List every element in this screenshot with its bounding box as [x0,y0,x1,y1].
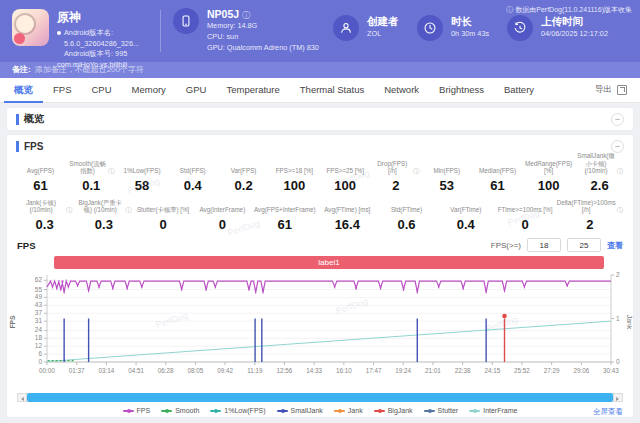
apply-threshold-button[interactable]: 查看 [607,240,623,251]
fps-chart[interactable]: 0612182431374349556201200:0001:3703:1404… [7,270,633,388]
x-tick-label: 24:15 [484,367,500,374]
y-tick-label: 55 [35,286,43,293]
y-axis-title: FPS [9,315,16,329]
stat-ftime-100ms-%-: FTime>=100ms [%]0 [495,197,554,232]
y-tick-label: 31 [35,317,43,324]
legend-swatch [161,410,172,412]
duration-block: 时长 0h 30m 43s [417,0,507,62]
overview-title: 概览 [24,112,44,126]
bigjank-marker [502,314,507,319]
legend-item-1-low-fps-[interactable]: 1%Low(FPS) [210,407,265,414]
stat-std-ftime-: Std(FTime)0.6 [377,197,436,232]
chart-annotation-bar[interactable]: label1 [54,256,604,269]
device-info-icon[interactable]: ⓘ [242,11,250,20]
scroll-right-button[interactable] [613,393,623,402]
stat-value: 0 [136,217,191,232]
stat-label: Avg(FPS) [27,167,54,175]
stat-medrange-fps-%-: MedRange(FPS)[%]100 [523,158,574,193]
fps-threshold-input-2[interactable] [567,238,601,252]
tab-network[interactable]: Network [374,78,429,103]
tab-temperature[interactable]: Temperature [216,78,289,103]
tab-battery[interactable]: Battery [494,78,544,103]
stat-fps-18-%-: FPS>=18 [%]100 [269,158,320,193]
stat-label: 1%Low(FPS) [123,167,160,175]
y-tick-label: 12 [35,342,43,349]
y-tick-label: 43 [35,301,43,308]
legend-item-interframe[interactable]: InterFrame [469,407,517,414]
legend-swatch [277,410,288,412]
tab-thermal-status[interactable]: Thermal Status [290,78,374,103]
tab-cpu[interactable]: CPU [81,78,121,103]
fullscreen-link[interactable]: 全屏查看 [593,407,623,417]
legend-item-jank[interactable]: Jank [334,407,363,414]
legend-label: Stutter [438,407,459,414]
scroll-left-button[interactable] [17,393,27,402]
chart-scrollbar [17,393,623,402]
stat-label: Avg(FTime) [ms] [324,206,370,214]
stat-value: 2.6 [576,178,623,193]
stat-value: 0.1 [68,178,115,193]
collapse-icon[interactable] [611,140,624,153]
report-content: 概览 PerfDog PerfDog PerfDog PerfDog FPS A… [0,103,640,423]
legend-label: Smooth [175,407,199,414]
legend-item-fps[interactable]: FPS [123,407,151,414]
stat-smalljank-10min-: SmallJank(微小卡顿) (/10min)ⓘ2.6 [574,158,625,193]
stat-label: BigJank(严重卡顿) (/10min) [76,199,124,214]
y-tick-label: 62 [35,276,43,283]
fps-threshold-input-1[interactable] [527,238,561,252]
info-icon[interactable]: ⓘ [617,167,623,175]
export-label: 导出 [595,84,612,96]
duration-value: 0h 30m 43s [451,29,489,40]
stat-value: 61 [17,178,64,193]
stat-drop-fps-h-: Drop(FPS) [/h]ⓘ2 [371,158,422,193]
interframe-line [47,321,611,361]
stat-label: Jank(卡顿) (/10min) [17,199,65,214]
tab-brightness[interactable]: Brightness [429,78,494,103]
info-icon[interactable]: ⓘ [108,167,114,175]
y-tick-label: 6 [38,350,42,357]
x-tick-label: 09:42 [217,367,233,374]
stat-value: 100 [525,178,572,193]
upload-label: 上传时间 [541,15,608,29]
legend-item-stutter[interactable]: Stutter [424,407,459,414]
info-icon[interactable]: ⓘ [125,206,131,214]
stat-label: Avg(InterFrame) [200,206,246,214]
tab-memory[interactable]: Memory [122,78,176,103]
y-tick-label: 37 [35,309,43,316]
fps-section: PerfDog PerfDog PerfDog PerfDog FPS Avg(… [7,135,633,417]
stat-label: FPS>=18 [%] [276,167,313,175]
app-version-name: Android版本名: 5.6.0_32604286_326... [64,28,139,48]
creator-value: ZOL [367,29,399,40]
chart-controls: FPS FPS(>=) 查看 [7,235,633,254]
device-cpu: CPU: sun [207,32,319,43]
x-tick-label: 08:05 [188,367,204,374]
legend-item-smalljank[interactable]: SmallJank [277,407,323,414]
x-tick-label: 29:06 [573,367,589,374]
stat-stutter-%-: Stutter(卡顿率) [%]0 [134,197,193,232]
legend-item-bigjank[interactable]: BigJank [374,407,413,414]
expand-icon[interactable] [617,85,627,95]
tab-概览[interactable]: 概览 [4,78,43,103]
stat-label: Var(FPS) [231,167,257,175]
info-icon[interactable]: ⓘ [617,206,623,214]
stat-value: 0.6 [379,217,434,232]
stat-avg-fps-: Avg(FPS)61 [15,158,66,193]
section-accent [16,114,19,125]
stat-label: FPS>=25 [%] [326,167,363,175]
info-icon[interactable]: ⓘ [66,206,72,214]
collapse-icon[interactable] [611,113,624,126]
app-icon [12,9,49,46]
scrollbar-thumb[interactable] [27,393,613,402]
legend-swatch [210,410,221,412]
stat-delta-ftime-100ms-h-: Delta(FTime)>100ms [/h]ⓘ2 [555,197,625,232]
watermark: PerfDog [485,314,520,334]
tab-fps[interactable]: FPS [43,78,81,103]
export-button[interactable]: 导出 [595,84,636,96]
clock-icon [417,15,443,41]
tab-gpu[interactable]: GPU [176,78,217,103]
stat-value: 2 [557,217,623,232]
person-icon [333,15,359,41]
legend-item-smooth[interactable]: Smooth [161,407,199,414]
info-icon[interactable]: ⓘ [413,167,419,175]
y-tick-label: 24 [35,326,43,333]
